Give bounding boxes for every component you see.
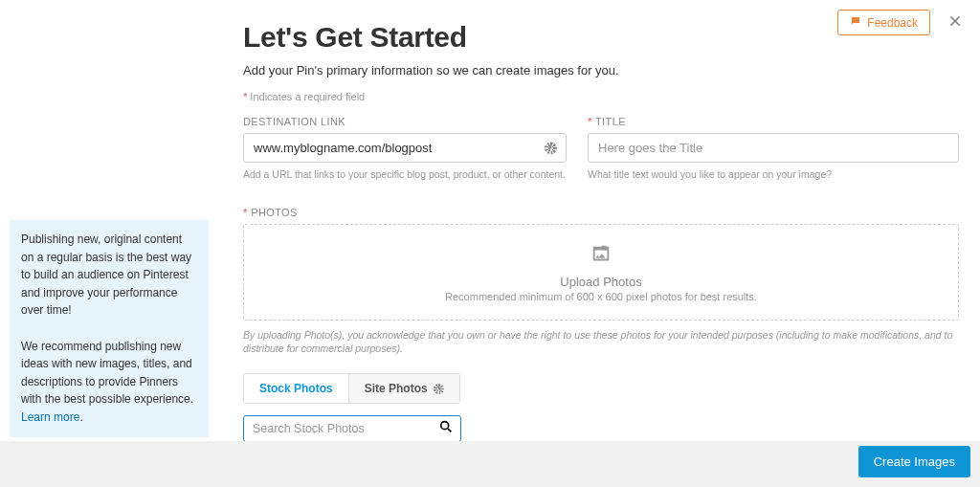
photos-label: PHOTOS — [243, 207, 959, 218]
photo-source-tabs: Stock Photos Site Photos — [243, 373, 460, 404]
learn-more-link[interactable]: Learn more — [21, 410, 79, 424]
page-title: Let's Get Started — [243, 21, 959, 54]
tab-site-photos[interactable]: Site Photos — [348, 374, 459, 403]
loading-spinner-icon — [545, 142, 557, 154]
sidebar-paragraph: Publishing new, original content on a re… — [21, 231, 197, 320]
upload-title: Upload Photos — [256, 275, 947, 289]
tip-sidebar: Publishing new, original content on a re… — [10, 220, 209, 437]
required-legend: Indicates a required field — [243, 91, 959, 102]
title-label: TITLE — [588, 116, 959, 127]
search-wrap — [243, 415, 461, 442]
tab-label: Stock Photos — [259, 382, 333, 395]
main-content: Let's Get Started Add your Pin's primary… — [243, 21, 959, 487]
search-input[interactable] — [244, 416, 460, 441]
title-hint: What title text would you like to appear… — [588, 168, 959, 182]
svg-point-1 — [441, 422, 449, 430]
sidebar-paragraph: We recommend publishing new ideas with n… — [21, 338, 197, 427]
loading-spinner-icon — [434, 384, 444, 394]
title-input[interactable] — [588, 133, 959, 163]
tab-stock-photos[interactable]: Stock Photos — [244, 374, 348, 403]
create-images-button[interactable]: Create Images — [858, 446, 970, 477]
image-upload-icon — [590, 244, 612, 269]
upload-subtitle: Recommended minimum of 600 x 600 pixel p… — [256, 291, 947, 302]
destination-input[interactable] — [243, 133, 567, 163]
footer-bar — [0, 441, 980, 487]
upload-zone[interactable]: Upload Photos Recommended minimum of 600… — [243, 224, 959, 321]
tab-label: Site Photos — [365, 382, 428, 395]
page-subtitle: Add your Pin's primary information so we… — [243, 63, 959, 77]
search-icon[interactable] — [438, 419, 454, 438]
destination-label: DESTINATION LINK — [243, 116, 567, 127]
destination-hint: Add a URL that links to your specific bl… — [243, 168, 567, 182]
photos-disclaimer: By uploading Photo(s), you acknowledge t… — [243, 328, 959, 356]
